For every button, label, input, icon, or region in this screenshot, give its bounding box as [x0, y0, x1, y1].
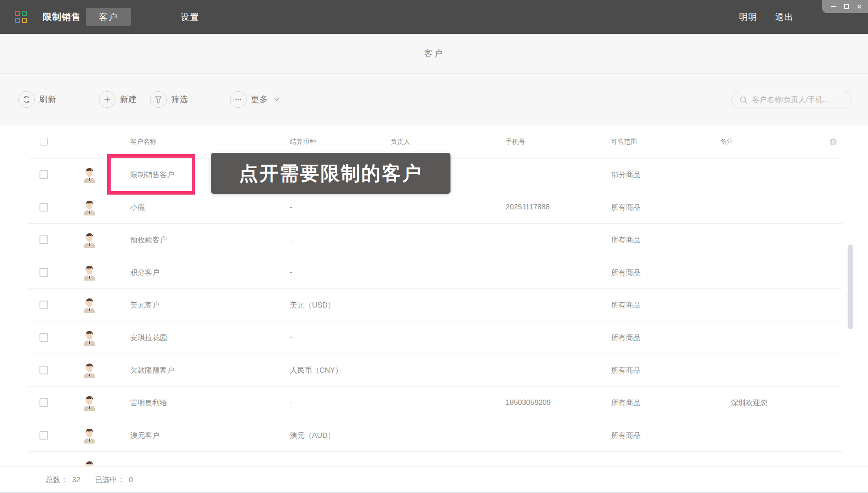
tab-settings[interactable]: 设置	[168, 8, 213, 26]
table-row[interactable]: 积分客户 - 所有商品	[29, 256, 842, 289]
customer-remark: 深圳欢迎您	[720, 398, 825, 408]
customer-avatar	[59, 264, 120, 281]
tab-customers[interactable]: 客户	[86, 8, 131, 26]
customer-currency: 澳元（AUD）	[290, 430, 391, 440]
customer-scope: 所有商品	[611, 365, 720, 375]
customer-scope: 所有商品	[611, 268, 720, 278]
column-header-name[interactable]: 客户名称	[120, 138, 290, 146]
filter-label: 筛选	[171, 94, 188, 105]
customer-avatar	[59, 362, 120, 378]
search-box[interactable]	[731, 91, 852, 109]
customer-name[interactable]: 积分客户	[120, 268, 290, 278]
status-bar: 总数： 32 已选中： 0	[0, 466, 868, 493]
table-row[interactable]: 预收款客户 - 所有商品	[29, 224, 842, 256]
scrollbar-thumb[interactable]	[848, 245, 853, 329]
column-header-scope[interactable]: 可售范围	[611, 138, 720, 146]
column-header-remark[interactable]: 备注	[720, 138, 825, 146]
column-header-currency[interactable]: 结算币种	[290, 138, 391, 146]
create-label: 新建	[120, 94, 137, 105]
refresh-label: 刷新	[39, 94, 56, 105]
customer-name[interactable]: 小熊	[120, 202, 290, 212]
customer-phone: 20251117888	[506, 203, 611, 212]
row-checkbox[interactable]	[39, 268, 48, 277]
customer-name[interactable]: 欠款限额客户	[120, 365, 290, 375]
column-settings-gear-icon[interactable]: ⚙	[829, 137, 838, 146]
header-band: 客户 刷新 新建	[0, 34, 868, 125]
total-count: 32	[72, 476, 80, 484]
refresh-icon	[18, 91, 35, 108]
close-icon: ✕	[857, 3, 862, 10]
column-header-owner[interactable]: 负责人	[391, 138, 506, 146]
customer-scope: 所有商品	[611, 333, 720, 343]
minimize-button[interactable]	[830, 3, 837, 10]
row-checkbox[interactable]	[39, 203, 48, 212]
customer-scope: 所有商品	[611, 430, 720, 440]
table-row[interactable]: 雷明奥利给 - 18503059209 所有商品 深圳欢迎您	[29, 387, 842, 419]
customer-name[interactable]: 雷明奥利给	[120, 398, 290, 408]
customer-avatar	[59, 297, 120, 313]
chevron-down-icon	[273, 97, 280, 102]
user-menu[interactable]: 明明	[739, 0, 757, 34]
customer-avatar	[59, 394, 120, 411]
customer-currency: 美元（USD）	[290, 300, 391, 310]
topbar: 限制销售 客户 设置 明明 退出 ✕	[0, 0, 868, 34]
row-checkbox[interactable]	[39, 333, 48, 342]
row-checkbox[interactable]	[39, 170, 48, 179]
plus-icon	[99, 91, 115, 108]
more-button[interactable]: 更多	[230, 91, 280, 108]
table-row[interactable]: 澳元客户 澳元（AUD） 所有商品	[29, 419, 842, 452]
funnel-icon	[150, 91, 167, 108]
row-checkbox[interactable]	[39, 431, 48, 440]
window-controls: ✕	[822, 0, 868, 13]
ellipsis-icon	[230, 91, 247, 108]
customer-scope: 所有商品	[611, 398, 720, 408]
app-logo-icon	[15, 11, 28, 24]
customer-avatar	[59, 329, 120, 346]
customer-name[interactable]: 澳元客户	[120, 430, 290, 440]
table-row[interactable]: 欠款限额客户 人民币（CNY） 所有商品	[29, 354, 842, 387]
selected-count: 0	[129, 476, 133, 484]
table-body: 限制销售客户 部分商品 小熊 - 20251117888	[29, 159, 842, 466]
customer-currency: -	[290, 235, 391, 244]
customer-name[interactable]: 安琪拉花园	[120, 333, 290, 343]
table-row[interactable]: 安琪拉花园 - 所有商品	[29, 321, 842, 354]
row-checkbox[interactable]	[39, 398, 48, 407]
customer-currency: -	[290, 333, 391, 342]
logout-button[interactable]: 退出	[775, 0, 793, 34]
customer-avatar	[59, 427, 120, 443]
minimize-icon	[831, 6, 836, 7]
maximize-icon	[844, 4, 849, 9]
logo-square-blue	[15, 18, 20, 23]
customer-avatar	[59, 199, 120, 215]
customer-currency: -	[290, 268, 391, 277]
app-title: 限制销售	[43, 0, 81, 34]
close-button[interactable]: ✕	[856, 3, 863, 10]
app-window: 限制销售 客户 设置 明明 退出 ✕ 客户	[0, 0, 868, 493]
table-row[interactable]	[29, 452, 842, 466]
customer-avatar	[59, 460, 120, 466]
page-title-row: 客户	[0, 34, 868, 74]
create-button[interactable]: 新建	[99, 91, 137, 108]
more-label: 更多	[251, 94, 268, 105]
customer-name[interactable]: 预收款客户	[120, 235, 290, 245]
customer-scope: 部分商品	[611, 170, 720, 180]
customer-currency: -	[290, 203, 391, 212]
maximize-button[interactable]	[843, 3, 850, 10]
customer-scope: 所有商品	[611, 235, 720, 245]
filter-button[interactable]: 筛选	[150, 91, 188, 108]
refresh-button[interactable]: 刷新	[18, 91, 56, 108]
annotation-tooltip: 点开需要限制的客户	[211, 153, 450, 194]
row-checkbox[interactable]	[39, 366, 48, 374]
customer-currency: -	[290, 398, 391, 407]
search-input[interactable]	[752, 96, 848, 104]
table-row[interactable]: 小熊 - 20251117888 所有商品	[29, 191, 842, 224]
select-all-checkbox[interactable]	[40, 138, 48, 146]
customer-currency: 人民币（CNY）	[290, 365, 391, 375]
column-header-phone[interactable]: 手机号	[506, 138, 611, 146]
table-row[interactable]: 美元客户 美元（USD） 所有商品	[29, 289, 842, 321]
row-checkbox[interactable]	[39, 235, 48, 244]
customer-scope: 所有商品	[611, 300, 720, 310]
customer-name[interactable]: 美元客户	[120, 300, 290, 310]
row-checkbox[interactable]	[39, 301, 48, 309]
logo-square-green	[22, 11, 27, 16]
